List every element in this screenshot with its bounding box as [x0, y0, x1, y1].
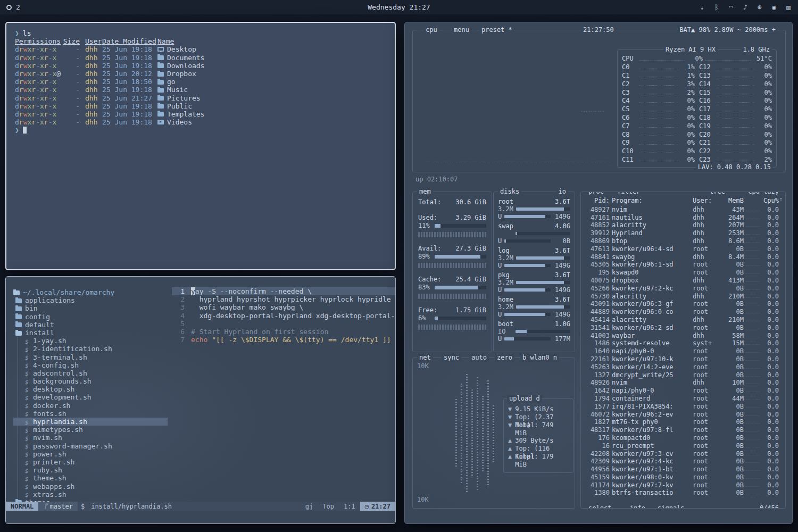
process-row[interactable]: 1577 irq/81-PIXA3854: root 0B 0.0: [586, 403, 779, 411]
header-mem[interactable]: MemB: [722, 197, 744, 205]
process-row[interactable]: 1327 dmcrypt_write/25 root 0B 0.0: [586, 371, 779, 379]
tree-toggle[interactable]: tree: [708, 192, 727, 196]
tree-item[interactable]: bin: [13, 304, 168, 312]
network-icon[interactable]: ⊕: [757, 3, 763, 11]
process-row[interactable]: 46072 kworker/u96:2-ev root 0B 0.0: [586, 411, 779, 419]
tree-item[interactable]: default: [13, 321, 168, 329]
process-row[interactable]: 1642 napi/phy0-0 root 0B 0.0: [586, 387, 779, 395]
process-row[interactable]: 45159 kworker/u98:0-kv root 0B 0.0: [586, 473, 779, 481]
tree-item[interactable]: backgrounds.sh: [13, 377, 168, 385]
tree-item[interactable]: 1-yay.sh: [13, 337, 168, 345]
header-cpu[interactable]: Cpu%: [762, 197, 779, 205]
process-row[interactable]: 1486 systemd-resolve syst+ 15M 0.0: [586, 339, 779, 347]
disks-panel-title[interactable]: disks: [498, 188, 521, 196]
process-row[interactable]: 44889 kworker/u96:0-co root 0B 0.0: [586, 308, 779, 316]
process-row[interactable]: 47613 kworker/u96:4-sd root 0B 0.0: [586, 245, 779, 253]
tree-item[interactable]: webapps.sh: [13, 483, 168, 491]
battery-icon[interactable]: ▥: [785, 3, 792, 11]
bluetooth-icon[interactable]: ᛒ: [713, 3, 720, 11]
process-row[interactable]: 22161 kworker/u97:10-k root 0B 0.0: [586, 355, 779, 363]
editor-window[interactable]: ~/.local/share/omarchy applications bin: [5, 276, 396, 524]
tree-item[interactable]: config: [13, 313, 168, 321]
tree-item[interactable]: nvim.sh: [13, 434, 168, 442]
process-row[interactable]: 44956 kworker/u97:1-bt root 0B 0.0: [586, 466, 779, 473]
tree-item[interactable]: install: [13, 329, 168, 337]
tree-item[interactable]: power.sh: [13, 450, 168, 458]
process-row[interactable]: 31541 kworker/u96:2-sd root 0B 0.0: [586, 324, 779, 332]
terminal-window[interactable]: ❯ ls Permissions Size User Date Modified…: [5, 22, 396, 270]
process-row[interactable]: 48317 kworker/u97:8-fl root 0B 0.0: [586, 426, 779, 434]
tree-item[interactable]: password-manager.sh: [13, 442, 168, 450]
process-panel-title[interactable]: proc: [586, 192, 606, 196]
process-row[interactable]: 41003 waybar dhh 58M 0.0: [586, 332, 779, 340]
process-row[interactable]: 45305 kworker/u96:1-sd root 0B 0.0: [586, 261, 779, 269]
process-row[interactable]: 48852 alacritty dhh 207M 0.0: [586, 221, 779, 229]
select-hint[interactable]: select: [586, 504, 613, 509]
sort-mode[interactable]: cpu lazy: [746, 192, 781, 196]
cpu-panel-title[interactable]: cpu: [423, 26, 439, 34]
preset-button[interactable]: preset *: [479, 26, 514, 34]
user-icon[interactable]: ◉: [771, 3, 777, 11]
filter-button[interactable]: filter: [615, 192, 642, 196]
tree-item[interactable]: mimetypes.sh: [13, 426, 168, 434]
process-row[interactable]: 43091 kworker/u96:3-gf root 0B 0.0: [586, 300, 779, 308]
tree-item[interactable]: ruby.sh: [13, 466, 168, 474]
process-row[interactable]: 1640 napi/phy0-0 root 0B 0.0: [586, 347, 779, 355]
code-editor[interactable]: 1 yay -S --noconfirm --needed \ 2 hyprla…: [172, 277, 395, 502]
tree-item[interactable]: 2-identification.sh: [13, 345, 168, 353]
process-row[interactable]: 1380 btrfs-transactio root 0B 0.0: [586, 489, 779, 497]
tree-item[interactable]: 3-terminal.sh: [13, 353, 168, 361]
process-row[interactable]: 47161 nautilus dhh 264M 0.0: [586, 214, 779, 222]
zero-button[interactable]: zero: [495, 354, 514, 362]
volume-icon[interactable]: ♪: [742, 3, 749, 11]
tree-item[interactable]: development.sh: [13, 393, 168, 401]
process-row[interactable]: 16 rcu_preempt root 0B 0.0: [586, 442, 779, 450]
process-row[interactable]: 41174 kworker/u97:7-kv root 0B 0.0: [586, 481, 779, 489]
process-row[interactable]: 42309 kworker/u97:4-kc root 0B 0.0: [586, 458, 779, 466]
process-row[interactable]: 40075 dropbox dhh 413M 0.0: [586, 277, 779, 285]
header-program[interactable]: Program:: [612, 197, 691, 205]
tree-item[interactable]: xtras.sh: [13, 491, 168, 498]
tree-item[interactable]: theme.sh: [13, 474, 168, 482]
network-panel-title[interactable]: net: [417, 354, 433, 362]
tree-item[interactable]: 4-config.sh: [13, 361, 168, 369]
signals-button[interactable]: signals: [655, 504, 687, 509]
scroll-up-icon[interactable]: ↑: [779, 195, 783, 203]
auto-button[interactable]: auto: [469, 354, 489, 362]
clock[interactable]: Wednesday 21:27: [0, 3, 798, 11]
io-mode-button[interactable]: io: [556, 188, 568, 196]
info-button[interactable]: info: [628, 504, 647, 509]
process-row[interactable]: 48869 btop dhh 8.6M 0.0: [586, 237, 779, 245]
sync-button[interactable]: sync: [442, 354, 461, 362]
wifi-icon[interactable]: ◠: [728, 3, 734, 11]
tree-item[interactable]: desktop.sh: [13, 385, 168, 393]
tree-item[interactable]: printer.sh: [13, 458, 168, 466]
process-row[interactable]: 1794 containerd root 44M 0.0: [586, 395, 779, 403]
process-row[interactable]: 39912 Hyprland dhh 253M 0.0: [586, 229, 779, 237]
process-row[interactable]: 45266 kworker/u97:2-kc root 0B 0.0: [586, 285, 779, 293]
tree-item[interactable]: fonts.sh: [13, 410, 168, 418]
menu-button[interactable]: menu: [452, 26, 471, 34]
process-row[interactable]: 176 kcompactd0 root 0B 0.0: [586, 434, 779, 442]
download-icon[interactable]: ⇣: [699, 3, 705, 11]
tree-item[interactable]: adscontrol.sh: [13, 369, 168, 377]
memory-panel-title[interactable]: mem: [417, 188, 433, 196]
process-row[interactable]: 45414 alacritty dhh 210M 0.0: [586, 316, 779, 324]
process-row[interactable]: 42208 kworker/u97:3-ev root 0B 0.0: [586, 450, 779, 458]
header-pid[interactable]: Pid:: [586, 197, 610, 205]
tree-item[interactable]: docker.sh: [13, 402, 168, 410]
workspace-indicator[interactable]: 2: [6, 3, 20, 11]
tree-root[interactable]: ~/.local/share/omarchy: [13, 288, 168, 296]
tree-item[interactable]: applications: [13, 296, 168, 304]
process-row[interactable]: 1827 mt76-tx phy0 root 0B 0.0: [586, 418, 779, 426]
btop-window[interactable]: cpu menu preset * 21:27:50 BAT▲ 98% 2.89…: [404, 22, 793, 524]
process-row[interactable]: 45263 kworker/14:2-eve root 0B 0.0: [586, 363, 779, 371]
process-row[interactable]: 48927 nvim dhh 43M 0.0: [586, 206, 779, 214]
process-row[interactable]: 48926 nvim dhh 10M 0.0: [586, 379, 779, 387]
header-user[interactable]: User:: [693, 197, 720, 205]
interface-selector[interactable]: b wlan0 n: [520, 354, 559, 362]
process-row[interactable]: 195 kswapd0 root 0B 0.0: [586, 269, 779, 277]
terminal-input-line[interactable]: ❯: [15, 126, 386, 134]
process-row[interactable]: 45730 alacritty dhh 210M 0.0: [586, 293, 779, 301]
tree-item[interactable]: hyprlandia.sh: [13, 418, 168, 426]
